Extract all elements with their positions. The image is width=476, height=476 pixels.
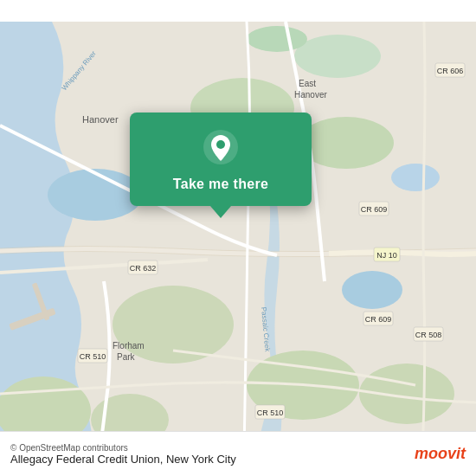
svg-text:CR 510: CR 510 — [257, 408, 284, 417]
svg-point-4 — [391, 164, 440, 191]
svg-text:CR 609: CR 609 — [365, 315, 392, 324]
svg-text:CR 632: CR 632 — [130, 264, 157, 273]
svg-text:Park: Park — [117, 352, 136, 362]
svg-point-40 — [216, 140, 225, 149]
svg-point-3 — [342, 271, 402, 309]
svg-text:CR 609: CR 609 — [361, 205, 388, 214]
svg-text:CR 606: CR 606 — [437, 67, 464, 75]
svg-text:Hanover: Hanover — [82, 114, 119, 125]
svg-text:Florham: Florham — [113, 341, 145, 351]
svg-point-6 — [247, 26, 307, 52]
svg-point-5 — [294, 35, 381, 78]
svg-text:Hanover: Hanover — [294, 90, 327, 100]
osm-attribution: © OpenStreetMap contributors — [10, 443, 236, 453]
moovit-brand-text: moovit — [415, 445, 466, 463]
bottom-left-section: © OpenStreetMap contributors Allegacy Fe… — [10, 443, 236, 466]
popup-card: Take me there — [130, 113, 312, 206]
svg-point-1 — [48, 169, 143, 221]
moovit-logo: moovit — [415, 445, 466, 463]
bottom-bar: © OpenStreetMap contributors Allegacy Fe… — [0, 431, 476, 476]
location-label: Allegacy Federal Credit Union, New York … — [10, 453, 236, 466]
map-svg: Hanover East Hanover CR 632 CR 510 NJ 10… — [0, 0, 476, 476]
map-container: Hanover East Hanover CR 632 CR 510 NJ 10… — [0, 0, 476, 476]
svg-text:NJ 10: NJ 10 — [376, 251, 397, 260]
take-me-there-button[interactable]: Take me there — [173, 175, 268, 194]
svg-text:CR 508: CR 508 — [415, 331, 442, 339]
svg-text:CR 510: CR 510 — [80, 352, 106, 361]
bottom-text: © OpenStreetMap contributors Allegacy Fe… — [10, 443, 236, 466]
svg-text:East: East — [299, 79, 316, 88]
location-pin-icon — [202, 128, 240, 166]
